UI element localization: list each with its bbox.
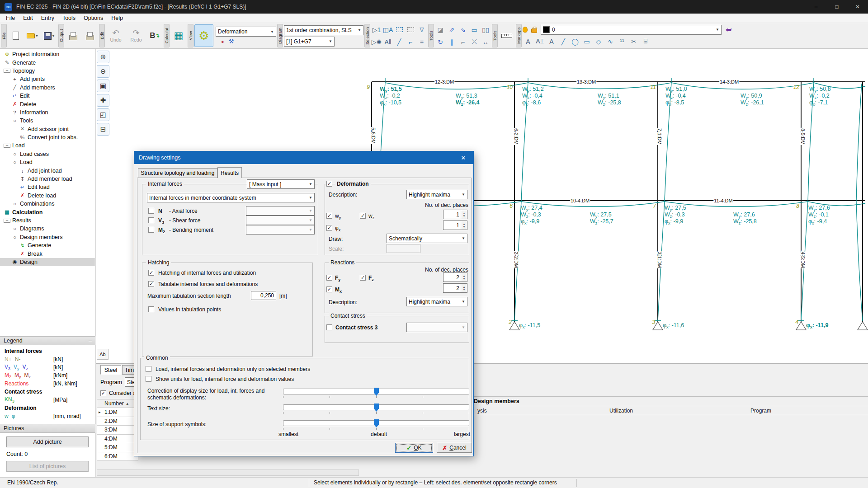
parallel-icon[interactable]: ∥	[446, 37, 457, 47]
select-line-button[interactable]: ╱	[394, 37, 405, 47]
tree-item-diagrams[interactable]: ○Diagrams	[0, 225, 95, 233]
select-list-button[interactable]: ◫A	[382, 24, 393, 35]
expander-icon[interactable]: −	[4, 144, 10, 148]
horizontal-scrollbar[interactable]	[97, 469, 359, 476]
circle-tool-icon[interactable]: ◯	[570, 36, 580, 47]
minimize-icon[interactable]: –	[806, 0, 826, 14]
cancel-button[interactable]: ✗Cancel	[437, 443, 472, 453]
tree-item-edit[interactable]: ↵Edit	[0, 92, 95, 100]
menu-item-file[interactable]: File	[2, 14, 19, 22]
tree-item-delete-load[interactable]: ✗Delete load	[0, 192, 95, 200]
mass-input-select[interactable]: [ Mass input ]▼	[247, 179, 315, 189]
undo-button[interactable]: ↶Undo	[106, 29, 126, 42]
add-picture-button[interactable]: Add picture	[6, 436, 89, 447]
save-button[interactable]: ▼	[41, 25, 57, 47]
print-preview-button[interactable]	[82, 25, 98, 47]
utilization-column-header[interactable]: Utilization	[609, 408, 633, 414]
tree-item-add-joints[interactable]: +Add joints	[0, 75, 95, 83]
n-checkbox[interactable]	[148, 208, 154, 214]
tree-item-add-scissor-joint[interactable]: ✕Add scissor joint	[0, 125, 95, 133]
deformation-dec2-spinner[interactable]: 1▲▼	[443, 221, 467, 230]
tree-item-results[interactable]: −Results	[0, 216, 95, 225]
combination-type-select[interactable]: 1st order combination, SLS▼	[284, 25, 363, 35]
tree-item-add-member-load[interactable]: ↧Add member load	[0, 175, 95, 183]
tree-item-load[interactable]: ○Load	[0, 158, 95, 166]
consider-checkbox-row[interactable]: ✓ Consider a	[100, 390, 136, 396]
wrench-icon[interactable]: ⚒	[229, 38, 234, 45]
move-icon[interactable]: ⇗	[446, 24, 457, 35]
expander-icon[interactable]: −	[4, 219, 10, 223]
wz-checkbox[interactable]: ✓	[360, 213, 366, 219]
table-row[interactable]: ▸1:DM	[97, 408, 138, 417]
deformation-description-select[interactable]: Highlight maxima▼	[406, 190, 467, 199]
deformation-dec1-spinner[interactable]: 1▲▼	[443, 210, 467, 219]
tab-structure-topology[interactable]: Structure topology and loading	[138, 168, 217, 178]
reactions-description-select[interactable]: Highlight maxima▼	[406, 297, 467, 306]
tree-item-topology[interactable]: −Topology	[0, 67, 95, 75]
redo-button[interactable]: ↷Redo	[126, 29, 146, 42]
select-by-number-button[interactable]: ▷1	[371, 24, 382, 35]
zoom-extents-icon[interactable]: ◰	[97, 108, 109, 121]
tree-item-information[interactable]: ?Information	[0, 108, 95, 117]
max-tabulation-input[interactable]: 0,250	[251, 291, 276, 300]
open-file-button[interactable]: ▼	[24, 25, 41, 47]
text-frame-icon[interactable]: A	[546, 36, 557, 47]
tree-item-design-members[interactable]: ○Design members	[0, 233, 95, 241]
close-icon[interactable]: ✕	[847, 0, 868, 14]
align-icon[interactable]: ⌐	[458, 37, 468, 47]
view-mode-select[interactable]: Deformation▼	[216, 27, 276, 37]
pictures-panel-header[interactable]: Pictures	[0, 424, 95, 433]
ok-button[interactable]: ✓OK	[395, 443, 433, 453]
correction-slider[interactable]	[283, 389, 469, 394]
zoom-previous-icon[interactable]: ⊟	[97, 123, 109, 136]
cut-tool-icon[interactable]: ✂	[628, 36, 639, 47]
copy-icon[interactable]: ⇘	[458, 24, 468, 35]
select-window-button[interactable]	[394, 24, 405, 35]
tree-item-generate[interactable]: ↯Generate	[0, 241, 95, 249]
menu-item-tools[interactable]: Tools	[58, 14, 80, 22]
menu-item-help[interactable]: Help	[107, 14, 127, 22]
reactions-dec1-spinner[interactable]: 2▲▼	[443, 272, 467, 282]
print-button[interactable]	[65, 25, 81, 47]
fz-checkbox[interactable]: ✓	[360, 275, 366, 281]
open-dropdown-icon[interactable]: ▼	[35, 34, 38, 38]
text-leader-icon[interactable]: A⌶	[534, 36, 545, 47]
line-tool-icon[interactable]: ╱	[558, 36, 569, 47]
reactions-dec2-spinner[interactable]: 2▲▼	[443, 283, 467, 293]
import-markup-icon[interactable]: ⮨	[725, 26, 731, 34]
tree-item-edit-load[interactable]: ↵Edit load	[0, 183, 95, 191]
checkbox-checked-icon[interactable]: ✓	[100, 390, 106, 396]
hatching-checkbox[interactable]: ✓	[148, 270, 154, 276]
legend-panel-header[interactable]: Legend –	[0, 336, 95, 345]
values-tabulation-checkbox[interactable]	[148, 306, 154, 312]
tree-item-tools[interactable]: ○Tools	[0, 117, 95, 125]
dialog-titlebar[interactable]: Drawing settings ✕	[134, 151, 473, 164]
tree-item-load-cases[interactable]: ○Load cases	[0, 150, 95, 158]
tree-item-break[interactable]: ✗Break	[0, 249, 95, 258]
new-document-button[interactable]	[8, 25, 24, 47]
mx-checkbox[interactable]: ✓	[326, 286, 332, 292]
combination-select[interactable]: [1] G1+G7▼	[284, 37, 335, 47]
eraser-icon[interactable]: ◪	[435, 24, 446, 35]
tree-item-add-members[interactable]: ╱Add members	[0, 84, 95, 92]
tree-item-design[interactable]: ◉Design	[0, 258, 95, 266]
tree-item-project-information[interactable]: ⚙Project information	[0, 50, 95, 58]
number-column-header[interactable]: Number▲	[97, 399, 138, 408]
dialog-close-icon[interactable]: ✕	[458, 153, 469, 162]
pan-icon[interactable]: ✚	[97, 94, 109, 107]
coordinate-system-select[interactable]: Internal forces in member coordinate sys…	[147, 193, 315, 202]
lock-icon[interactable]	[531, 28, 537, 33]
selected-members-checkbox[interactable]	[146, 366, 151, 372]
save-dropdown-icon[interactable]: ▼	[52, 34, 55, 38]
print-markup-icon[interactable]: ⌸	[640, 36, 651, 47]
program-column-header[interactable]: Program	[750, 408, 771, 414]
zoom-window-icon[interactable]: ▣	[97, 80, 109, 92]
measure-button[interactable]	[499, 25, 515, 47]
menu-item-entry[interactable]: Entry	[37, 14, 58, 22]
tree-item-combinations[interactable]: ○Combinations	[0, 200, 95, 208]
maximize-icon[interactable]: □	[826, 0, 847, 14]
tree-item-delete[interactable]: ✗Delete	[0, 100, 95, 108]
crossing-window-button[interactable]	[405, 24, 416, 35]
window-zoom-icon[interactable]: ▭	[469, 24, 480, 35]
select-fence-button[interactable]: ⌐	[405, 37, 416, 47]
